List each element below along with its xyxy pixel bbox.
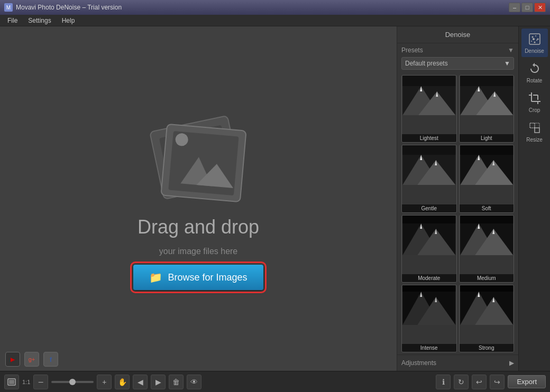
menu-settings[interactable]: Settings <box>23 16 56 25</box>
preset-gentle[interactable]: Gentle <box>401 145 457 212</box>
menu-help[interactable]: Help <box>57 16 80 25</box>
svg-rect-33 <box>460 145 513 155</box>
canvas-area: Drag and drop your image files here 📁 Br… <box>0 26 397 371</box>
zoom-thumb <box>69 379 76 385</box>
googleplus-icon[interactable]: g+ <box>24 352 39 367</box>
zoom-in-button[interactable]: + <box>97 375 112 389</box>
drop-icon <box>140 107 256 208</box>
dropdown-arrow-icon: ▼ <box>504 60 510 67</box>
svg-rect-57 <box>460 285 513 292</box>
preset-gentle-label: Gentle <box>402 204 456 212</box>
window-controls[interactable]: – □ ✕ <box>509 3 546 12</box>
zoom-level: 1:1 <box>22 379 30 385</box>
svg-point-65 <box>533 38 535 40</box>
browse-images-button[interactable]: 📁 Browse for Images <box>133 265 263 290</box>
adjustments-label: Adjustments <box>401 359 436 367</box>
rotate-label: Rotate <box>527 78 542 83</box>
preset-intense-label: Intense <box>402 344 456 352</box>
svg-point-60 <box>535 35 536 36</box>
drag-drop-subtext: your image files here <box>159 247 238 256</box>
svg-point-62 <box>531 41 532 42</box>
prev-button[interactable]: ◀ <box>133 375 148 389</box>
info-button[interactable]: ℹ <box>436 375 451 389</box>
drop-zone: Drag and drop your image files here 📁 Br… <box>133 107 263 290</box>
photo-icon-svg <box>140 107 256 208</box>
preset-soft-label: Soft <box>460 204 514 212</box>
social-bar: ▶ g+ f <box>5 352 58 367</box>
refresh-button[interactable]: ↻ <box>454 375 469 389</box>
preset-medium[interactable]: Medium <box>459 215 515 283</box>
next-button[interactable]: ▶ <box>151 375 166 389</box>
app-body: Drag and drop your image files here 📁 Br… <box>0 26 550 371</box>
maximize-button[interactable]: □ <box>521 3 533 12</box>
default-presets-dropdown[interactable]: Default presets ▼ <box>401 57 514 70</box>
svg-rect-15 <box>402 76 455 86</box>
drag-drop-text: Drag and drop <box>138 216 259 238</box>
preset-soft[interactable]: Soft <box>459 145 515 212</box>
preset-moderate[interactable]: Moderate <box>401 215 457 283</box>
preset-lightest[interactable]: Lightest <box>401 75 457 143</box>
preset-moderate-label: Moderate <box>402 274 456 282</box>
facebook-icon[interactable]: f <box>43 352 58 367</box>
crop-label: Crop <box>529 107 540 113</box>
redo-button[interactable]: ↪ <box>490 375 505 389</box>
denoise-label: Denoise <box>525 48 544 54</box>
panel-title: Denoise <box>397 26 518 43</box>
title-bar: M Movavi Photo DeNoise – Trial version –… <box>0 0 550 15</box>
close-button[interactable]: ✕ <box>534 3 546 12</box>
crop-icon <box>527 91 542 106</box>
fit-view-button[interactable] <box>4 375 19 389</box>
preset-strong-label: Strong <box>460 344 514 352</box>
chevron-right-icon: ▶ <box>509 359 514 367</box>
chevron-down-icon: ▼ <box>508 46 514 54</box>
svg-rect-27 <box>402 145 455 155</box>
svg-rect-67 <box>535 128 539 133</box>
adjustments-bar[interactable]: Adjustments ▶ <box>397 354 518 371</box>
resize-icon <box>527 120 542 135</box>
window-title: Movavi Photo DeNoise – Trial version <box>16 4 509 11</box>
export-button[interactable]: Export <box>508 375 546 388</box>
browse-btn-label: Browse for Images <box>168 272 247 283</box>
right-panel: Denoise Presets ▼ Default presets ▼ Ligh… <box>397 26 518 371</box>
svg-rect-51 <box>402 285 455 292</box>
svg-point-64 <box>536 40 537 41</box>
preset-strong[interactable]: Strong <box>459 285 515 352</box>
denoise-icon <box>527 32 542 46</box>
undo-button[interactable]: ↩ <box>472 375 487 389</box>
preset-medium-label: Medium <box>460 274 514 282</box>
presets-label: Presets ▼ <box>397 43 518 57</box>
zoom-slider[interactable] <box>51 381 94 383</box>
menu-file[interactable]: File <box>2 16 23 25</box>
svg-rect-45 <box>460 216 513 223</box>
tool-crop[interactable]: Crop <box>521 88 548 116</box>
youtube-icon[interactable]: ▶ <box>5 352 20 367</box>
svg-point-63 <box>534 42 535 43</box>
svg-rect-69 <box>9 380 14 384</box>
tool-resize[interactable]: Resize <box>521 117 548 146</box>
zoom-out-button[interactable]: – <box>33 375 48 389</box>
preset-light[interactable]: Light <box>459 75 515 143</box>
svg-rect-66 <box>530 123 535 128</box>
tool-rotate[interactable]: Rotate <box>521 58 548 87</box>
toolbar-right: Denoise Rotate Crop <box>518 26 550 371</box>
preset-lightest-label: Lightest <box>402 134 456 142</box>
eye-button[interactable]: 👁 <box>187 375 201 389</box>
preset-intense[interactable]: Intense <box>401 285 457 352</box>
svg-rect-39 <box>402 216 455 223</box>
app-icon: M <box>4 3 13 12</box>
svg-rect-21 <box>460 76 513 86</box>
preset-grid: Lightest Light <box>397 73 518 354</box>
tool-denoise[interactable]: Denoise <box>521 29 548 57</box>
hand-tool-button[interactable]: ✋ <box>115 375 130 389</box>
resize-label: Resize <box>526 137 543 143</box>
preset-light-label: Light <box>460 134 514 142</box>
delete-button[interactable]: 🗑 <box>169 375 184 389</box>
svg-point-59 <box>531 36 533 38</box>
rotate-icon <box>527 61 542 76</box>
bottom-bar: 1:1 – + ✋ ◀ ▶ 🗑 👁 ℹ ↻ ↩ ↪ Export <box>0 371 550 392</box>
svg-point-61 <box>537 39 538 40</box>
folder-icon: 📁 <box>149 271 162 284</box>
menu-bar: File Settings Help <box>0 15 550 26</box>
minimize-button[interactable]: – <box>509 3 520 12</box>
